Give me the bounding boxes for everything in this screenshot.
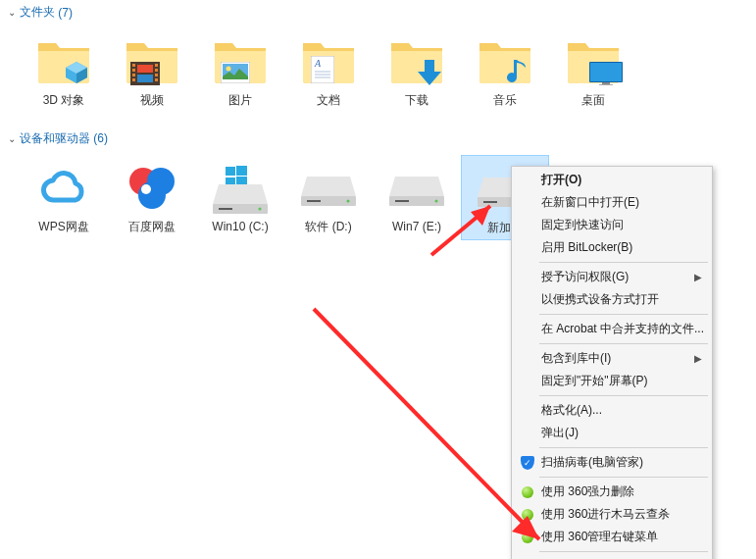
menu-item-label: 打开(O)	[541, 172, 581, 188]
shield-icon: ✓	[520, 455, 535, 471]
menu-item[interactable]: 授予访问权限(G)▶	[514, 266, 710, 288]
menu-item[interactable]: 固定到快速访问	[514, 214, 710, 236]
menu-item-label: 格式化(A)...	[541, 402, 602, 419]
folder-3d-objects[interactable]: 3D 对象	[20, 28, 108, 113]
menu-item-label: 在新窗口中打开(E)	[541, 194, 639, 211]
section-header-folders[interactable]: ⌄ 文件夹 (7)	[0, 0, 756, 25]
film-icon	[130, 62, 160, 85]
folder-downloads[interactable]: 下载	[373, 28, 461, 113]
svg-rect-44	[483, 201, 497, 203]
music-note-icon	[507, 58, 530, 87]
menu-separator	[539, 477, 708, 478]
menu-item-label: 使用 360强力删除	[541, 483, 634, 500]
menu-item[interactable]: 格式化(A)...	[514, 399, 710, 422]
section-header-devices[interactable]: ⌄ 设备和驱动器 (6)	[0, 127, 756, 151]
orb-icon	[520, 530, 535, 545]
svg-point-29	[141, 184, 151, 194]
menu-separator	[539, 447, 708, 448]
device-drive-c[interactable]: Win10 (C:)	[196, 155, 284, 241]
menu-item[interactable]: ✓扫描病毒(电脑管家)	[514, 451, 710, 474]
menu-item-label: 固定到"开始"屏幕(P)	[541, 373, 648, 389]
section-title-devices: 设备和驱动器	[20, 130, 90, 147]
photo-icon	[221, 62, 250, 83]
item-label: 桌面	[549, 93, 637, 109]
folder-icon	[562, 32, 625, 89]
section-title-folders: 文件夹	[20, 4, 55, 21]
svg-rect-5	[132, 69, 135, 72]
folder-videos[interactable]: 视频	[108, 28, 196, 113]
svg-point-16	[227, 67, 231, 72]
baidu-netdisk-icon	[121, 159, 183, 216]
svg-point-39	[347, 199, 350, 202]
chevron-down-icon: ⌄	[8, 7, 18, 18]
device-wps-cloud[interactable]: WPS网盘	[20, 155, 108, 241]
menu-item[interactable]: 打开(O)	[514, 169, 710, 191]
svg-rect-12	[137, 65, 153, 73]
menu-item[interactable]: 弹出(J)	[514, 422, 710, 444]
svg-rect-25	[599, 84, 613, 85]
orb-icon	[520, 507, 535, 523]
menu-separator	[539, 262, 708, 263]
menu-item-label: 授予访问权限(G)	[541, 269, 629, 285]
item-label: WPS网盘	[20, 220, 108, 235]
section-count-devices: (6)	[90, 131, 108, 145]
submenu-arrow-icon: ▶	[694, 272, 702, 282]
menu-item[interactable]: 固定到"开始"屏幕(P)	[514, 370, 710, 392]
menu-item[interactable]: 使用 360管理右键菜单	[514, 526, 710, 548]
menu-item[interactable]: 使用 360进行木马云查杀	[514, 503, 710, 526]
device-drive-d[interactable]: 软件 (D:)	[284, 155, 373, 241]
section-count-folders: (7)	[55, 6, 73, 20]
folder-desktop[interactable]: 桌面	[549, 28, 637, 113]
svg-rect-10	[155, 74, 158, 76]
menu-item[interactable]: 剪切(T)	[514, 555, 710, 559]
folder-pictures[interactable]: 图片	[196, 28, 284, 113]
menu-item[interactable]: 在 Acrobat 中合并支持的文件...	[514, 318, 710, 340]
svg-rect-8	[155, 64, 158, 67]
menu-item-label: 扫描病毒(电脑管家)	[541, 454, 643, 471]
item-label: 3D 对象	[20, 93, 108, 109]
svg-point-36	[259, 207, 262, 210]
item-label: 图片	[196, 93, 284, 109]
device-baidu-netdisk[interactable]: 百度网盘	[108, 155, 196, 241]
svg-line-48	[314, 309, 539, 539]
item-label: 软件 (D:)	[284, 220, 373, 235]
device-drive-e[interactable]: Win7 (E:)	[373, 155, 461, 241]
svg-point-42	[435, 199, 438, 202]
wps-cloud-icon	[32, 159, 95, 216]
svg-rect-13	[137, 75, 153, 82]
svg-rect-4	[132, 64, 135, 67]
svg-rect-38	[307, 200, 321, 202]
menu-separator	[539, 395, 708, 396]
menu-item-label: 固定到快速访问	[541, 217, 624, 233]
svg-rect-6	[132, 74, 135, 76]
item-label: 音乐	[461, 93, 549, 109]
svg-rect-23	[590, 63, 622, 81]
drive-icon	[209, 159, 272, 216]
menu-item-label: 以便携式设备方式打开	[541, 291, 659, 308]
folder-icon	[209, 32, 272, 89]
item-label: Win10 (C:)	[196, 220, 284, 235]
menu-separator	[539, 551, 708, 552]
cube-icon	[64, 60, 89, 85]
menu-item[interactable]: 启用 BitLocker(B)	[514, 236, 710, 259]
svg-rect-7	[132, 78, 135, 81]
menu-item-label: 使用 360管理右键菜单	[541, 529, 658, 545]
context-menu: 打开(O)在新窗口中打开(E)固定到快速访问启用 BitLocker(B)授予访…	[511, 166, 713, 559]
menu-item[interactable]: 在新窗口中打开(E)	[514, 191, 710, 214]
drive-icon	[297, 159, 360, 216]
svg-rect-24	[602, 82, 610, 84]
orb-icon	[520, 484, 535, 500]
menu-item-label: 弹出(J)	[541, 425, 579, 441]
menu-item[interactable]: 使用 360强力删除	[514, 481, 710, 503]
folder-documents[interactable]: A 文档	[284, 28, 373, 113]
svg-rect-11	[155, 78, 158, 81]
folder-music[interactable]: 音乐	[461, 28, 549, 113]
menu-item[interactable]: 以便携式设备方式打开	[514, 288, 710, 311]
item-label: Win7 (E:)	[373, 220, 461, 235]
svg-rect-9	[155, 69, 158, 72]
svg-text:A: A	[314, 58, 322, 69]
menu-item[interactable]: 包含到库中(I)▶	[514, 347, 710, 370]
svg-rect-41	[395, 200, 409, 202]
folder-icon	[121, 32, 183, 89]
menu-item-label: 包含到库中(I)	[541, 350, 611, 367]
